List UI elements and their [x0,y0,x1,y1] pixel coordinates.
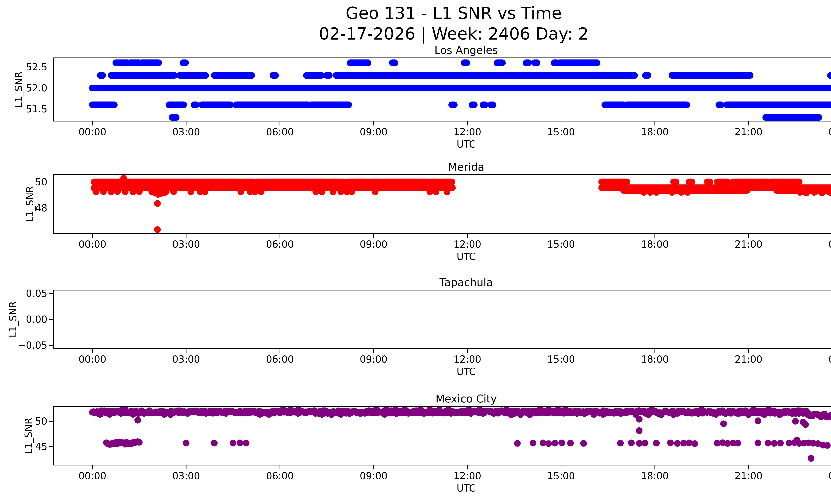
y-tick-mark [49,421,53,422]
x-tick-mark [467,234,468,238]
y-tick-mark [49,182,53,182]
x-tick-label: 00:00 [67,127,117,137]
plot-area [53,406,831,466]
y-tick-mark [49,208,53,208]
x-tick-label: 12:00 [442,354,492,364]
x-tick-label: 00:00 [818,471,831,481]
x-axis-label: UTC [457,140,476,149]
y-tick-mark [49,446,53,447]
x-tick-label: 15:00 [536,239,586,249]
x-tick-mark [373,349,374,353]
x-tick-label: 21:00 [724,354,773,364]
subplot-title-mexico-city: Mexico City [435,393,497,405]
x-tick-mark [92,349,93,353]
y-tick-mark [49,67,53,67]
x-tick-label: 06:00 [255,127,305,137]
y-tick-label: 45 [6,441,47,452]
y-tick-label: 0.05 [6,288,47,299]
y-tick-label: 50 [6,416,47,427]
x-tick-label: 12:00 [442,127,492,137]
subplot-title-merida: Merida [448,161,485,173]
x-tick-mark [467,349,468,353]
subplot-title-tapachula: Tapachula [439,276,493,289]
y-tick-label: 52.0 [6,82,47,94]
x-tick-label: 18:00 [630,127,680,137]
scatter-canvas [54,407,831,465]
x-tick-label: 03:00 [161,239,211,249]
x-tick-label: 06:00 [255,239,305,249]
x-tick-mark [373,121,374,125]
x-tick-mark [92,234,93,238]
y-tick-label: 52.5 [6,61,47,72]
x-tick-mark [373,466,374,469]
x-tick-label: 06:00 [255,471,305,481]
x-tick-label: 18:00 [630,471,680,481]
x-tick-mark [280,349,280,353]
scatter-canvas [54,291,831,348]
x-tick-mark [280,234,280,238]
x-tick-mark [655,349,655,353]
figure: Geo 131 - L1 SNR vs Time 02-17-2026 | We… [0,0,831,504]
x-tick-mark [748,466,749,469]
y-tick-mark [49,293,53,294]
x-tick-mark [280,121,280,125]
x-tick-label: 00:00 [818,127,831,137]
x-tick-mark [561,234,562,238]
y-tick-label: −0.05 [6,340,47,351]
x-tick-mark [655,466,655,469]
x-tick-mark [467,121,468,125]
x-tick-label: 18:00 [630,354,680,364]
x-tick-mark [467,466,468,469]
x-tick-label: 15:00 [536,354,586,364]
x-tick-mark [186,121,187,125]
x-tick-label: 18:00 [630,239,680,249]
figure-title: Geo 131 - L1 SNR vs Time [346,4,562,23]
x-tick-label: 21:00 [724,127,773,137]
y-tick-label: 51.5 [6,103,47,115]
x-tick-mark [748,121,749,125]
y-tick-mark [49,345,53,346]
y-tick-label: 0.00 [6,314,47,325]
plot-area [53,174,831,234]
x-tick-label: 09:00 [349,239,399,249]
x-tick-label: 06:00 [255,354,305,364]
plot-area [53,58,831,121]
scatter-canvas [54,58,831,121]
subplot-title-los-angeles: Los Angeles [434,44,498,56]
x-tick-label: 03:00 [161,471,211,481]
x-tick-label: 09:00 [349,127,399,137]
plot-area [53,290,831,349]
x-tick-label: 00:00 [67,354,117,364]
x-tick-label: 21:00 [724,471,773,481]
x-tick-label: 09:00 [349,354,399,364]
x-tick-label: 03:00 [161,354,211,364]
x-tick-mark [186,234,187,238]
x-tick-mark [92,121,93,125]
x-axis-label: UTC [457,252,476,261]
scatter-canvas [54,175,831,233]
x-tick-label: 00:00 [818,354,831,364]
x-tick-mark [280,466,280,469]
x-tick-mark [561,466,562,469]
x-axis-label: UTC [457,483,476,493]
x-tick-label: 12:00 [442,239,492,249]
y-tick-mark [49,88,53,88]
x-tick-label: 00:00 [67,471,117,481]
y-tick-mark [49,109,53,109]
x-tick-mark [748,234,749,238]
x-axis-label: UTC [457,367,476,376]
x-tick-mark [186,349,187,353]
y-tick-mark [49,319,53,320]
x-tick-mark [92,466,93,469]
x-tick-label: 15:00 [536,127,586,137]
x-tick-mark [186,466,187,469]
x-tick-label: 03:00 [161,127,211,137]
x-tick-mark [655,121,655,125]
x-tick-label: 12:00 [442,471,492,481]
x-tick-mark [373,234,374,238]
x-tick-label: 09:00 [349,471,399,481]
x-tick-label: 00:00 [818,239,831,249]
y-tick-label: 50 [6,176,47,187]
x-tick-mark [655,234,655,238]
x-tick-mark [561,121,562,125]
